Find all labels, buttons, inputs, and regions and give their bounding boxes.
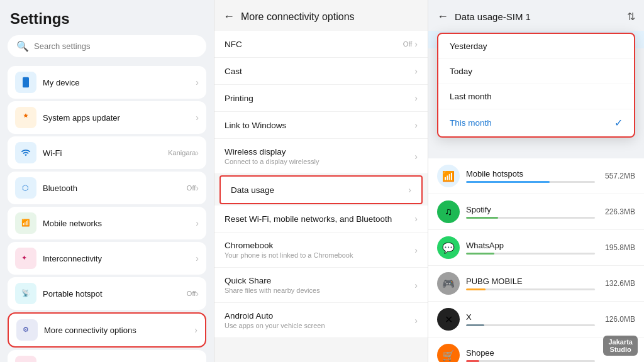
search-bar[interactable]: 🔍 (8, 35, 206, 57)
more-icon: ⚙ (16, 319, 38, 341)
app-name: Shopee (466, 348, 595, 358)
chevron-right-icon: › (414, 66, 418, 76)
app-bar-fill (466, 181, 550, 183)
settings-item-more[interactable]: ⚙ More connectivity options › (8, 312, 206, 348)
app-item-mobile-hotspots[interactable]: 📶 Mobile hotspots 557.2MB (428, 158, 644, 194)
conn-label: Android Auto Use apps on your vehicle sc… (225, 311, 414, 329)
dropdown-item-label: This month (450, 118, 492, 128)
app-usage: 126.0MB (601, 315, 635, 324)
conn-title: Link to Windows (225, 121, 414, 130)
sysapp-icon (15, 107, 36, 128)
svg-text:⬡: ⬡ (22, 184, 28, 192)
app-name: PUBG MOBILE (466, 277, 595, 286)
app-item-whatsapp[interactable]: 💬 WhatsApp 195.8MB (428, 230, 644, 266)
conn-item-nfc[interactable]: NFC Off › (214, 31, 428, 58)
lock-icon: 🔒 (15, 356, 36, 362)
conn-label: Printing (225, 94, 414, 103)
settings-item-mydevice[interactable]: My device › (8, 66, 206, 99)
app-icon: 📶 (437, 165, 460, 187)
settings-item-sysapp[interactable]: System apps updater › (8, 101, 206, 134)
conn-title: Quick Share (225, 276, 414, 285)
app-item-pubg-mobile[interactable]: 🎮 PUBG MOBILE 132.6MB (428, 266, 644, 302)
period-dropdown[interactable]: Yesterday Today Last month This month ✓ (437, 33, 635, 138)
data-back-button[interactable]: ← (437, 10, 448, 23)
settings-panel: Settings 🔍 My device › System apps updat… (0, 0, 214, 362)
settings-item-inter[interactable]: ✦ Interconnectivity › (8, 242, 206, 275)
app-info: Mobile hotspots (466, 169, 595, 183)
conn-label: NFC (225, 40, 403, 49)
conn-item-printing[interactable]: Printing › (214, 85, 428, 112)
connectivity-list: NFC Off › Cast › Printing › Link to Wind… (214, 31, 428, 338)
app-bar-fill (466, 288, 486, 290)
settings-item-label: More connectivity options (44, 326, 194, 335)
conn-label: Quick Share Share files with nearby devi… (225, 276, 414, 294)
dropdown-item-yesterday[interactable]: Yesterday (438, 34, 634, 59)
conn-item-datausage[interactable]: Data usage › (219, 175, 423, 204)
dropdown-item-label: Today (450, 67, 472, 76)
app-icon: 💬 (437, 236, 460, 259)
settings-item-wifi[interactable]: Wi-Fi Kanigara › (8, 136, 206, 169)
settings-list: My device › System apps updater › Wi-Fi … (8, 66, 206, 362)
app-bar (466, 324, 595, 326)
settings-item-bt[interactable]: ⬡ Bluetooth Off › (8, 172, 206, 204)
inter-icon: ✦ (15, 248, 36, 269)
chevron-right-icon: › (196, 218, 199, 228)
dropdown-item-today[interactable]: Today (438, 59, 634, 84)
conn-label: Wireless display Connect to a display wi… (225, 147, 414, 165)
app-info: X (466, 312, 595, 326)
chevron-right-icon: › (194, 325, 197, 335)
bt-icon: ⬡ (15, 177, 36, 199)
conn-title: Reset Wi-Fi, mobile networks, and Blueto… (225, 214, 414, 224)
settings-item-mobile[interactable]: 📶 Mobile networks › (8, 207, 206, 239)
app-bar (466, 253, 595, 255)
conn-tag: Off (403, 40, 412, 48)
connectivity-title: More connectivity options (241, 11, 355, 23)
app-icon: 🎮 (437, 272, 460, 295)
conn-title: Wireless display (225, 147, 414, 156)
conn-item-link[interactable]: Link to Windows › (214, 112, 428, 139)
app-name: Spotify (466, 205, 595, 214)
dropdown-item-this-month[interactable]: This month ✓ (438, 109, 634, 136)
app-usage: 226.3MB (601, 207, 635, 216)
app-name: Mobile hotspots (466, 169, 595, 178)
conn-item-cast[interactable]: Cast › (214, 58, 428, 85)
chevron-right-icon: › (414, 280, 418, 290)
conn-item-quickshare[interactable]: Quick Share Share files with nearby devi… (214, 268, 428, 303)
chevron-right-icon: › (414, 315, 418, 326)
app-icon: 🛒 (437, 344, 460, 362)
conn-item-chromebook[interactable]: Chromebook Your phone is not linked to a… (214, 233, 428, 268)
app-bar-fill (466, 324, 484, 326)
settings-item-sub: Off (187, 290, 196, 297)
conn-title: Data usage (231, 185, 408, 195)
conn-item-resetwifi[interactable]: Reset Wi-Fi, mobile networks, and Blueto… (214, 206, 428, 233)
wifi-icon (15, 142, 36, 163)
settings-item-hotspot[interactable]: 📡 Portable hotspot Off › (8, 277, 206, 310)
chevron-right-icon: › (414, 151, 418, 162)
app-item-x[interactable]: ✕ X 126.0MB (428, 302, 644, 337)
search-input[interactable] (34, 41, 197, 51)
chevron-right-icon: › (414, 39, 418, 49)
settings-title: Settings (8, 10, 206, 28)
conn-label: Chromebook Your phone is not linked to a… (225, 241, 414, 259)
settings-item-label: System apps updater (43, 113, 196, 123)
dropdown-item-label: Yesterday (450, 41, 487, 51)
dropdown-item-last-month[interactable]: Last month (438, 84, 634, 109)
settings-item-label: Wi-Fi (43, 148, 164, 158)
settings-item-lock[interactable]: 🔒 Lock screen › (8, 350, 206, 362)
app-item-spotify[interactable]: ♫ Spotify 226.3MB (428, 194, 644, 230)
svg-text:⚙: ⚙ (23, 326, 29, 333)
chevron-right-icon: › (414, 120, 418, 130)
check-icon: ✓ (614, 117, 623, 129)
conn-item-androidauto[interactable]: Android Auto Use apps on your vehicle sc… (214, 303, 428, 338)
mobile-icon: 📶 (15, 212, 36, 234)
connectivity-panel: ← More connectivity options NFC Off › Ca… (214, 0, 428, 362)
sort-icon[interactable]: ⇅ (627, 11, 635, 23)
conn-label: Cast (225, 67, 414, 76)
back-button[interactable]: ← (223, 10, 235, 23)
svg-rect-0 (23, 77, 29, 88)
hotspot-icon: 📡 (15, 283, 36, 304)
connectivity-header: ← More connectivity options (214, 0, 428, 31)
conn-item-wireless[interactable]: Wireless display Connect to a display wi… (214, 139, 428, 174)
settings-item-label: Portable hotspot (43, 289, 183, 299)
chevron-right-icon: › (196, 148, 199, 158)
